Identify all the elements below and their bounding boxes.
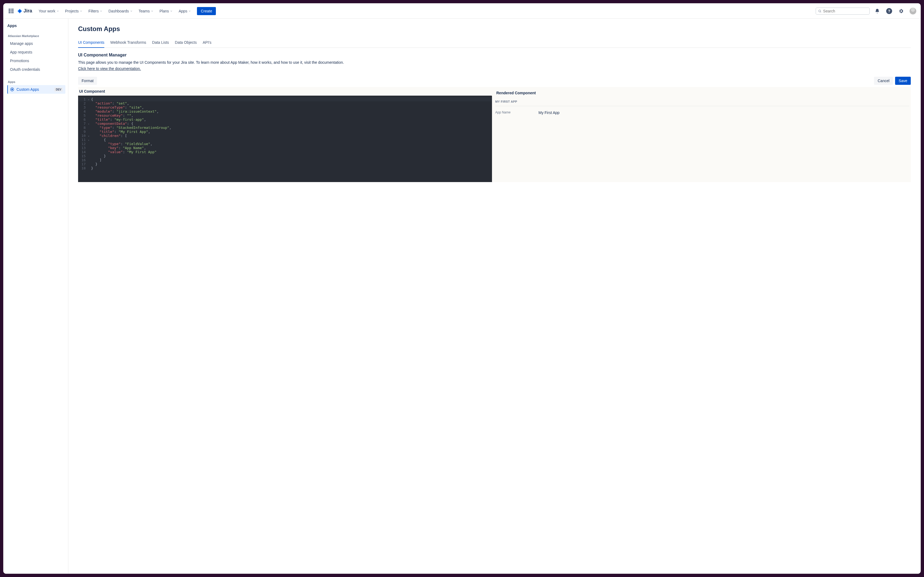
line-number: 8 xyxy=(78,126,87,130)
svg-point-3 xyxy=(11,89,13,90)
code-line[interactable]: 17 } xyxy=(78,162,492,166)
code-content: "resourceKey": "", xyxy=(87,113,134,118)
code-line[interactable]: 9 "title": "My First App", xyxy=(78,130,492,134)
intro-text: This page allows you to manage the UI Co… xyxy=(78,60,911,64)
line-number: 1▾ xyxy=(78,97,87,101)
tab-data-lists[interactable]: Data Lists xyxy=(152,38,169,48)
sidebar-item-label: Promotions xyxy=(10,59,29,63)
chevron-down-icon xyxy=(151,10,153,13)
chevron-down-icon xyxy=(80,10,82,13)
help-icon[interactable]: ? xyxy=(885,7,893,15)
nav-item-plans[interactable]: Plans xyxy=(157,7,175,15)
nav-item-teams[interactable]: Teams xyxy=(136,7,156,15)
tab-data-objects[interactable]: Data Objects xyxy=(175,38,197,48)
fold-icon[interactable]: ▾ xyxy=(88,135,89,137)
fold-icon[interactable]: ▾ xyxy=(88,139,89,142)
sidebar-item-app-requests[interactable]: App requests xyxy=(7,48,65,56)
chevron-down-icon xyxy=(188,10,191,13)
tab-bar: UI ComponentsWebhook TransformsData List… xyxy=(78,38,911,48)
sidebar-item-promotions[interactable]: Promotions xyxy=(7,56,65,65)
code-line[interactable]: 16 ] xyxy=(78,158,492,162)
notifications-icon[interactable] xyxy=(873,7,882,15)
code-editor[interactable]: 1▾{2 "action": "set",3 "resourceType": "… xyxy=(78,96,492,182)
line-number: 7▾ xyxy=(78,122,87,126)
top-nav: Jira Your workProjectsFiltersDashboardsT… xyxy=(3,3,921,19)
global-search[interactable] xyxy=(816,8,870,15)
custom-apps-icon xyxy=(10,87,15,92)
line-number: 16 xyxy=(78,158,87,162)
chevron-down-icon xyxy=(130,10,133,13)
code-content: "type": "FieldValue", xyxy=(87,142,152,146)
code-content: "resourceType": "site", xyxy=(87,105,144,110)
fold-icon[interactable]: ▾ xyxy=(88,98,89,101)
line-number: 12 xyxy=(78,142,87,146)
editor-right-header: Rendered Component xyxy=(495,89,909,97)
code-line[interactable]: 18} xyxy=(78,166,492,170)
code-content: ] xyxy=(87,158,102,162)
code-content: "module": "jira:issueContext", xyxy=(87,110,159,113)
save-button[interactable]: Save xyxy=(895,77,911,85)
tab-webhook-transforms[interactable]: Webhook Transforms xyxy=(110,38,146,48)
code-line[interactable]: 4 "module": "jira:issueContext", xyxy=(78,110,492,113)
code-content: "title": "my-first-app", xyxy=(87,118,146,122)
code-line[interactable]: 15 } xyxy=(78,154,492,158)
nav-item-label: Apps xyxy=(179,9,187,13)
code-line[interactable]: 10▾ "children": [ xyxy=(78,134,492,138)
nav-item-apps[interactable]: Apps xyxy=(176,7,194,15)
tab-api-s[interactable]: API's xyxy=(203,38,211,48)
nav-item-projects[interactable]: Projects xyxy=(63,7,85,15)
rendered-field-value: My First App xyxy=(539,111,560,115)
jira-logo[interactable]: Jira xyxy=(17,8,32,14)
top-nav-menu: Your workProjectsFiltersDashboardsTeamsP… xyxy=(36,7,194,15)
code-line[interactable]: 8 "type": "StackedInformationGroup", xyxy=(78,126,492,130)
code-content: { xyxy=(87,138,106,142)
editor-toolbar: Format Cancel Save xyxy=(78,77,911,85)
code-line[interactable]: 14 "value": "My First App" xyxy=(78,150,492,154)
tab-ui-components[interactable]: UI Components xyxy=(78,38,104,48)
sidebar-item-label: OAuth credentials xyxy=(10,67,40,72)
editor-left-header: UI Component xyxy=(78,87,492,96)
line-number: 15 xyxy=(78,154,87,158)
cancel-button[interactable]: Cancel xyxy=(874,77,893,85)
code-line[interactable]: 7▾ "componentData": { xyxy=(78,122,492,126)
app-switcher-icon[interactable] xyxy=(7,7,15,15)
line-number: 4 xyxy=(78,110,87,113)
nav-item-your-work[interactable]: Your work xyxy=(36,7,62,15)
create-button[interactable]: Create xyxy=(197,7,216,15)
code-line[interactable]: 11▾ { xyxy=(78,138,492,142)
settings-icon[interactable] xyxy=(897,7,905,15)
code-content: "type": "StackedInformationGroup", xyxy=(87,126,171,130)
line-number: 17 xyxy=(78,162,87,166)
nav-item-label: Filters xyxy=(88,9,98,13)
line-number: 13 xyxy=(78,146,87,150)
sidebar: Apps Atlassian Marketplace Manage appsAp… xyxy=(3,19,68,574)
rendered-field-label: App Name xyxy=(495,111,522,115)
search-icon xyxy=(818,9,822,13)
code-content: "action": "set", xyxy=(87,101,129,105)
code-line[interactable]: 12 "type": "FieldValue", xyxy=(78,142,492,146)
sidebar-item-oauth-credentials[interactable]: OAuth credentials xyxy=(7,65,65,74)
sidebar-group-apps: Apps xyxy=(8,80,65,84)
sidebar-group-marketplace: Atlassian Marketplace xyxy=(8,34,65,37)
search-input[interactable] xyxy=(823,9,867,13)
profile-avatar[interactable] xyxy=(909,7,917,15)
code-line[interactable]: 13 "key": "App Name", xyxy=(78,146,492,150)
jira-logo-text: Jira xyxy=(24,8,32,14)
code-line[interactable]: 2 "action": "set", xyxy=(78,101,492,105)
code-line[interactable]: 3 "resourceType": "site", xyxy=(78,105,492,110)
nav-item-filters[interactable]: Filters xyxy=(85,7,105,15)
code-line[interactable]: 1▾{ xyxy=(78,97,492,101)
chevron-down-icon xyxy=(170,10,173,13)
documentation-link[interactable]: Click here to view the documentation. xyxy=(78,66,141,71)
sidebar-item-custom-apps[interactable]: Custom Apps DEV xyxy=(7,85,65,94)
sidebar-item-manage-apps[interactable]: Manage apps xyxy=(7,39,65,48)
fold-icon[interactable]: ▾ xyxy=(88,122,89,125)
dev-badge: DEV xyxy=(54,87,63,92)
sidebar-heading: Apps xyxy=(7,24,65,28)
code-line[interactable]: 5 "resourceKey": "", xyxy=(78,113,492,118)
format-button[interactable]: Format xyxy=(78,77,97,85)
app-window: Jira Your workProjectsFiltersDashboardsT… xyxy=(3,3,921,574)
chevron-down-icon xyxy=(100,10,102,13)
nav-item-dashboards[interactable]: Dashboards xyxy=(106,7,135,15)
code-line[interactable]: 6 "title": "my-first-app", xyxy=(78,118,492,122)
